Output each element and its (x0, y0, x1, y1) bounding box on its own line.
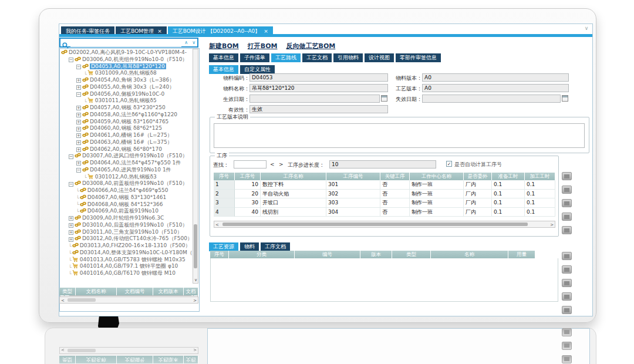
process-table-row[interactable]: 220半自动火焰302否制作一班厂内0.10.1 (214, 190, 555, 199)
reflected-document-header-col-2[interactable]: 文档编号 (117, 356, 153, 363)
main-tab-1[interactable]: 子件清单 (240, 53, 269, 62)
scroll-right-icon[interactable]: > (193, 298, 197, 304)
process-tool-icon-1[interactable] (562, 186, 572, 194)
open-bom-link[interactable]: 打开BOM (248, 42, 278, 50)
document-header-col-0[interactable]: 类型 (59, 288, 76, 295)
tree-item-18[interactable]: └0301012,A0,热轧钢板δ3 (61, 174, 193, 181)
document-horizontal-scrollbar[interactable]: < > (59, 296, 198, 304)
collapse-node-icon[interactable]: − (76, 92, 81, 97)
search-next-icon[interactable]: ∨ (192, 40, 195, 45)
document-header-col-1[interactable]: 文档名称 (76, 288, 117, 295)
expand-node-icon[interactable]: + (76, 161, 81, 166)
reflected-document-header-col-3[interactable]: 文档版本 (153, 356, 184, 363)
tree-item-4[interactable]: +D04054,A0,角钢 30x3（L=386） (61, 77, 193, 84)
resource-tab-1[interactable]: 物料 (240, 242, 259, 251)
process-horizontal-scrollbar[interactable]: < > (214, 221, 555, 228)
tree-item-2[interactable]: −D04053,A0,吊耳δ8*120*120 (61, 63, 193, 70)
main-tab-5[interactable]: 设计视图 (365, 53, 394, 62)
process-table-row[interactable]: 330开坡口303否制作一班厂内0.10.1 (214, 198, 555, 208)
tree-item-15[interactable]: −D03007,A0,进风口组件919No10（F510） (61, 153, 193, 160)
expand-node-icon[interactable]: + (76, 127, 81, 132)
resource-tab-2[interactable]: 工序文档 (261, 242, 290, 251)
tree-item-28[interactable]: └D03013,A0,FHZ200-16×18-1310（F500） (61, 242, 193, 250)
process-tool-icon-2[interactable] (562, 199, 572, 207)
process-header-col-5[interactable]: 工作中心名称 (410, 173, 464, 180)
scroll-left-icon[interactable]: < (215, 222, 219, 228)
process-tool-icon-4[interactable] (562, 226, 572, 234)
tree-item-6[interactable]: −D04056,A0,侧板919No10C-0 (61, 91, 193, 98)
tree-search-input[interactable] (70, 39, 181, 47)
close-icon[interactable]: × (157, 28, 162, 34)
tree-item-26[interactable]: +D03011,A0,三角支架919No10（F510） (61, 229, 193, 236)
tree-item-13[interactable]: +D04063,A0,槽钢 16#（L=375） (61, 139, 193, 146)
process-header-col-2[interactable]: 工序名称 (261, 173, 326, 180)
process-version-note-textarea[interactable] (214, 123, 585, 148)
effective-date-field[interactable] (249, 95, 380, 103)
reflected-document-header-col-4[interactable]: 文档 (184, 356, 198, 363)
process-header-col-8[interactable]: 加工工时 (525, 173, 555, 180)
document-header-col-3[interactable]: 文档版本 (153, 288, 184, 295)
main-tab-0[interactable]: 基本信息 (209, 53, 238, 62)
tree-item-10[interactable]: +D04059,A0,钢板 δ3*160*4765 (61, 119, 193, 126)
main-tab-4[interactable]: 引用物料 (333, 53, 363, 62)
expand-node-icon[interactable]: + (76, 147, 81, 152)
expand-node-icon[interactable]: + (76, 106, 81, 110)
tree-item-8[interactable]: +D04057,A0,钢板 δ3*230*250 (61, 105, 193, 112)
process-tool-icon-3[interactable] (562, 213, 572, 221)
resource-tool-icon-0[interactable] (562, 252, 572, 260)
resource-header-col-5[interactable]: 名称 (431, 251, 508, 258)
material-code-field[interactable]: D04053 (249, 73, 388, 82)
tree-item-23[interactable]: └D04069,A0,前盖板919No10 (61, 208, 193, 215)
expand-node-icon[interactable]: + (76, 140, 81, 145)
resource-header-col-1[interactable]: 分类 (229, 251, 295, 258)
find-next-icon[interactable]: > (279, 160, 284, 168)
expand-node-icon[interactable]: + (69, 237, 73, 242)
expand-node-icon[interactable]: + (69, 223, 73, 228)
collapse-chevron-icon[interactable]: ∨ (582, 25, 591, 33)
resource-tab-0[interactable]: 工艺资源 (209, 242, 238, 251)
tree-item-16[interactable]: +D04064,A0,法兰δ4*φ457*φ550 1件 (61, 160, 193, 167)
resource-header-col-3[interactable]: 版本 (360, 251, 392, 258)
process-version-field[interactable]: A0 (422, 84, 569, 92)
resource-header-col-4[interactable]: 类型 (392, 251, 431, 258)
search-prev-icon[interactable]: ∧ (184, 40, 188, 45)
scrollbar-thumb[interactable] (194, 224, 197, 268)
process-header-col-7[interactable]: 准备工时 (492, 173, 525, 180)
reflected-tool-icon-0[interactable] (562, 355, 572, 363)
process-tool-icon-0[interactable] (562, 172, 572, 180)
resource-tool-icon-2[interactable] (562, 279, 572, 287)
process-table-row[interactable]: 110数控下料301否制作一班厂内0.10.1 (214, 180, 555, 190)
tree-item-31[interactable]: └0401014,A0,GB/T97.1 镀锌平垫圈 φ10 (61, 263, 193, 270)
tree-item-17[interactable]: −D04065,A0,进风管919No10 1件 (61, 167, 193, 174)
expand-node-icon[interactable]: + (69, 230, 73, 235)
process-table-row[interactable]: 440线切割304否制作一班厂内0.10.1 (214, 208, 555, 217)
process-header-col-4[interactable]: 关键工序 (380, 173, 410, 180)
tree-item-1[interactable]: −D03006,A0,机壳组件919No10-0（F510） (61, 56, 193, 63)
tree-item-29[interactable]: └D03014,A0,整体支架919No10C-L0-Y180M（ (61, 250, 193, 257)
expand-node-icon[interactable]: + (76, 113, 81, 117)
collapse-node-icon[interactable]: − (76, 65, 81, 69)
scroll-right-icon[interactable]: > (550, 222, 554, 228)
effective-date-calendar-icon[interactable] (381, 95, 387, 102)
find-prev-icon[interactable]: < (270, 160, 275, 168)
process-header-col-6[interactable]: 是否委外 (464, 173, 492, 180)
resource-header-col-0[interactable]: 序号 (210, 251, 229, 258)
collapse-node-icon[interactable]: − (69, 58, 73, 62)
scroll-left-icon[interactable]: < (61, 298, 65, 304)
main-tab-2[interactable]: 工艺路线 (271, 53, 301, 62)
expand-node-icon[interactable]: + (69, 216, 73, 221)
reflected-document-header-col-0[interactable]: 类型 (59, 356, 76, 363)
expand-node-icon[interactable]: + (76, 133, 81, 138)
main-tab-6[interactable]: 零部件审签信息 (396, 53, 441, 62)
tree-item-14[interactable]: +D04062,A0,钢板 δ6*80*170 (61, 146, 193, 153)
tree-vertical-scrollbar[interactable]: ∨ (193, 49, 198, 284)
auto-calc-checkbox[interactable]: ✓ (446, 161, 452, 167)
material-name-field[interactable]: 吊耳δ8*120*120 (249, 84, 388, 92)
reflected-document-header-col-1[interactable]: 文档名称 (76, 356, 117, 363)
tree-item-25[interactable]: +D03010,A0,后盖板组件919No10（F510） (61, 222, 193, 229)
document-header-col-4[interactable]: 文档 (184, 288, 198, 295)
scrollbar-thumb[interactable] (68, 298, 96, 302)
resource-header-col-2[interactable]: 编号 (295, 251, 360, 258)
scrollbar-thumb[interactable] (222, 223, 528, 226)
main-tab-3[interactable]: 工艺文档 (302, 53, 332, 62)
